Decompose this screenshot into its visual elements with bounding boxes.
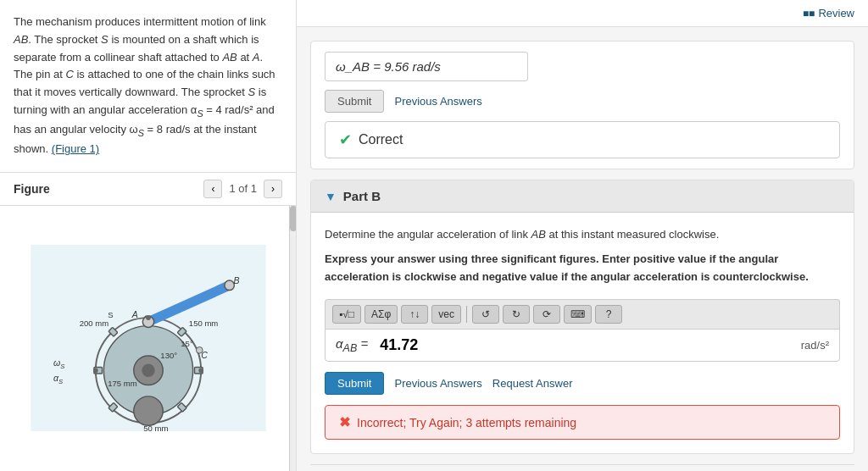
figure-count: 1 of 1 — [229, 182, 257, 195]
svg-text:B: B — [233, 275, 239, 285]
svg-text:175 mm: 175 mm — [108, 380, 137, 389]
right-panel: ■■ Review Submit Previous Answers ✔ Corr… — [297, 0, 868, 471]
unit-label: rad/s² — [801, 339, 829, 352]
part-b-body: Determine the angular acceleration of li… — [311, 213, 854, 453]
figure-header: Figure ‹ 1 of 1 › — [0, 173, 296, 206]
part-b-section: ▼ Part B Determine the angular accelerat… — [310, 180, 854, 454]
scrollbar[interactable] — [289, 206, 296, 471]
toolbar-vec-button[interactable]: vec — [431, 305, 461, 324]
svg-point-18 — [133, 396, 162, 425]
part-b-submit-button[interactable]: Submit — [325, 372, 384, 395]
toolbar-symbol-button[interactable]: AΣφ — [364, 305, 398, 324]
footer-bar: Provide Feedback Next › — [310, 464, 854, 471]
toolbar-keyboard-button[interactable]: ⌨ — [564, 305, 592, 324]
left-panel: The mechanism produces intermittent moti… — [0, 0, 297, 471]
part-a-submit-row: Submit Previous Answers — [325, 90, 840, 113]
svg-text:130°: 130° — [160, 351, 177, 360]
math-toolbar: ▪√□ AΣφ ↑↓ vec ↺ ↻ ⟳ ⌨ ? — [325, 299, 840, 329]
figure-container: A B 50 mm 130° 15° 150 mm 200 mm 175 mm … — [0, 206, 296, 471]
review-bar: ■■ Review — [297, 0, 868, 27]
review-link[interactable]: ■■ Review — [803, 7, 854, 19]
toolbar-redo-button[interactable]: ↻ — [503, 305, 530, 324]
correct-banner: ✔ Correct — [325, 121, 840, 158]
figure-image: A B 50 mm 130° 15° 150 mm 200 mm 175 mm … — [25, 245, 271, 431]
figure-prev-button[interactable]: ‹ — [203, 180, 222, 198]
part-b-action-row: Submit Previous Answers Request Answer — [325, 372, 840, 395]
check-icon: ✔ — [339, 130, 352, 149]
figure-title: Figure — [14, 182, 50, 196]
x-icon: ✖ — [339, 414, 350, 430]
part-b-answer-row: αAB = rad/s² — [325, 329, 840, 362]
toolbar-help-button[interactable]: ? — [595, 305, 622, 324]
toolbar-undo-button[interactable]: ↺ — [472, 305, 499, 324]
part-b-question: Determine the angular acceleration of li… — [325, 226, 840, 244]
collapse-button[interactable]: ▼ — [325, 190, 337, 203]
figure-next-button[interactable]: › — [264, 180, 282, 198]
svg-text:50 mm: 50 mm — [143, 424, 168, 431]
svg-text:A: A — [131, 309, 137, 319]
toolbar-separator — [466, 306, 467, 323]
correct-label: Correct — [359, 132, 403, 147]
svg-text:15°: 15° — [181, 339, 193, 348]
content-area: Submit Previous Answers ✔ Correct ▼ Part… — [297, 27, 868, 471]
svg-text:S: S — [108, 310, 113, 319]
figure-nav: ‹ 1 of 1 › — [203, 180, 282, 198]
figure-link[interactable]: (Figure 1) — [52, 142, 99, 155]
part-a-submit-button[interactable]: Submit — [325, 90, 384, 113]
svg-point-32 — [92, 368, 97, 374]
part-b-input[interactable] — [373, 336, 801, 354]
part-b-express: Express your answer using three signific… — [325, 251, 840, 286]
part-b-prev-answers-link[interactable]: Previous Answers — [394, 377, 481, 390]
part-a-section: Submit Previous Answers ✔ Correct — [310, 41, 854, 169]
part-b-header: ▼ Part B — [311, 180, 854, 213]
toolbar-refresh-button[interactable]: ⟳ — [533, 305, 560, 324]
svg-point-31 — [198, 368, 203, 374]
part-a-input[interactable] — [325, 52, 528, 81]
review-icon: ■■ — [803, 8, 815, 19]
incorrect-banner: ✖ Incorrect; Try Again; 3 attempts remai… — [325, 405, 840, 440]
svg-text:150 mm: 150 mm — [188, 319, 218, 328]
toolbar-matrix-button[interactable]: ▪√□ — [332, 305, 361, 324]
problem-text: The mechanism produces intermittent moti… — [0, 0, 296, 173]
incorrect-text: Incorrect; Try Again; 3 attempts remaini… — [357, 416, 576, 429]
svg-point-29 — [196, 347, 203, 354]
part-a-prev-answers-link[interactable]: Previous Answers — [394, 95, 481, 108]
request-answer-link[interactable]: Request Answer — [492, 377, 573, 390]
toolbar-arrow-button[interactable]: ↑↓ — [401, 305, 428, 324]
alpha-label: αAB = — [336, 336, 368, 354]
svg-point-12 — [142, 364, 154, 377]
svg-point-30 — [146, 316, 151, 321]
part-b-title: Part B — [343, 189, 381, 203]
part-a-answer-row — [325, 52, 840, 81]
review-label: Review — [818, 7, 854, 19]
svg-text:200 mm: 200 mm — [79, 319, 108, 328]
